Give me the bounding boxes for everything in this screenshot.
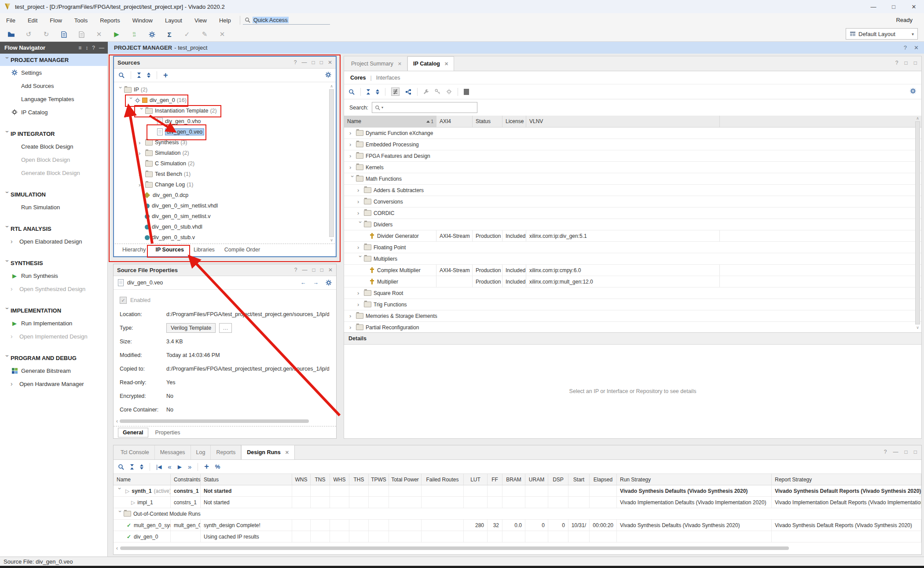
tree-item-instantiation-template[interactable]: ›Instantiation Template(2) (114, 106, 336, 116)
tree-item-div-gen-0-veo[interactable]: div_gen_0.veo (114, 127, 336, 137)
first-icon[interactable]: |◀ (156, 464, 161, 470)
subtab-interfaces[interactable]: Interfaces (376, 75, 400, 81)
column-uram[interactable]: URAM (525, 474, 548, 485)
ip-category-row[interactable]: ›CORDIC (344, 208, 921, 219)
column-failed-routes[interactable]: Failed Routes (422, 474, 464, 485)
scrollbar-thumb[interactable] (329, 89, 334, 237)
run-row-synth-1[interactable]: ›▷synth_1(active) constrs_1 Not started … (114, 485, 921, 497)
expand-all-icon[interactable] (376, 89, 379, 95)
chevron-down-icon[interactable]: › (128, 97, 135, 104)
close-icon[interactable]: ✕ (444, 61, 448, 67)
chevron-right-icon[interactable]: › (349, 153, 356, 159)
column-elapsed[interactable]: Elapsed (590, 474, 617, 485)
add-run-icon[interactable]: + (204, 462, 209, 471)
ip-category-row[interactable]: ›Partial Reconfiguration (344, 322, 921, 333)
chevron-right-icon[interactable]: › (349, 313, 356, 319)
sidebar-item-run-simulation[interactable]: Run Simulation (0, 200, 107, 214)
sidebar-item-generate-block-design[interactable]: Generate Block Design (0, 166, 107, 179)
tree-item-test-bench[interactable]: ›Test Bench(1) (114, 169, 336, 179)
settings-button[interactable] (147, 29, 157, 39)
minimize-button[interactable]: — (863, 0, 884, 13)
tab-messages[interactable]: Messages (155, 445, 191, 459)
column-ff[interactable]: FF (488, 474, 502, 485)
scroll-left-icon[interactable]: ‹ (116, 418, 118, 424)
column-start[interactable]: Start (568, 474, 590, 485)
forward-arrow-icon[interactable]: → (313, 280, 319, 286)
collapse-all-icon[interactable] (137, 73, 141, 78)
forward-icon[interactable]: » (188, 463, 191, 470)
ip-row-complex-multiplier[interactable]: Complex Multiplier AXI4-Stream Productio… (344, 265, 921, 276)
tree-item-simulation[interactable]: ›Simulation(2) (114, 148, 336, 158)
delete-button[interactable]: ✕ (94, 29, 104, 39)
ip-category-row[interactable]: ›Dynamic Function eXchange (344, 127, 921, 139)
chevron-right-icon[interactable]: › (357, 187, 364, 193)
close-icon[interactable]: ✕ (285, 450, 289, 455)
tab-log[interactable]: Log (191, 445, 211, 459)
run-row-ooc-group[interactable]: › Out-of-Context Module Runs (114, 508, 921, 520)
column-status[interactable]: Status (201, 474, 292, 485)
ip-category-row[interactable]: ›Embedded Processing (344, 139, 921, 150)
close-icon[interactable]: ✕ (398, 61, 402, 67)
sidebar-item-create-block-design[interactable]: Create Block Design (0, 140, 107, 153)
tree-item-div-gen-0[interactable]: ›div_gen_0(16) (114, 95, 336, 106)
ip-category-row-multipliers[interactable]: ›Multipliers (344, 253, 921, 265)
ip-row-multiplier[interactable]: Multiplier Production Included xilinx.co… (344, 276, 921, 288)
ip-category-row[interactable]: ›Adders & Subtracters (344, 185, 921, 196)
column-dsp[interactable]: DSP (548, 474, 568, 485)
maximize-panel-icon[interactable]: □ (914, 60, 917, 66)
browse-button[interactable]: … (219, 323, 232, 333)
help-icon[interactable]: ? (895, 60, 898, 66)
tab-compile-order[interactable]: Compile Order (220, 245, 264, 254)
chevron-right-icon[interactable]: › (357, 301, 364, 308)
ip-category-row-dividers[interactable]: ›Dividers (344, 219, 921, 230)
sum-button[interactable]: Σ (165, 29, 174, 39)
rewind-icon[interactable]: « (168, 463, 171, 470)
menu-file[interactable]: File (0, 17, 22, 24)
tab-libraries[interactable]: Libraries (190, 245, 219, 254)
chevron-down-icon[interactable]: › (349, 175, 356, 182)
properties-hscrollbar[interactable]: ‹ (116, 419, 330, 423)
tab-ip-catalog[interactable]: IP Catalog✕ (407, 56, 454, 71)
close-icon[interactable]: ✕ (914, 44, 919, 51)
minimize-panel-icon[interactable]: — (99, 45, 104, 51)
sidebar-section-implementation[interactable]: ›IMPLEMENTATION (0, 304, 107, 317)
float-panel-icon[interactable]: □ (312, 267, 315, 273)
float-panel-icon[interactable]: □ (905, 60, 908, 66)
search-icon[interactable] (348, 89, 355, 95)
subtab-cores[interactable]: Cores (350, 75, 366, 81)
tree-item-change-log[interactable]: ›Change Log(1) (114, 179, 336, 190)
copy-button[interactable] (77, 29, 86, 39)
save-button[interactable] (59, 29, 69, 39)
play-icon[interactable]: ▶ (178, 464, 182, 470)
chevron-right-icon[interactable]: › (349, 141, 356, 148)
group-by-category-toggle[interactable] (391, 87, 400, 96)
sidebar-section-simulation[interactable]: ›SIMULATION (0, 188, 107, 200)
scroll-down-icon[interactable]: ∨ (916, 325, 919, 330)
collapse-all-icon[interactable] (130, 464, 134, 470)
tab-project-summary[interactable]: Project Summary✕ (346, 57, 407, 71)
details-toggle-icon[interactable] (464, 89, 469, 95)
tree-item-div-gen-0-vho[interactable]: div_gen_0.vho (114, 116, 336, 127)
help-icon[interactable]: ? (904, 44, 907, 51)
ip-category-row[interactable]: ›Trig Functions (344, 299, 921, 310)
chevron-right-icon[interactable]: › (349, 324, 356, 331)
run-row-div-gen-0[interactable]: ✓div_gen_0 Using cached IP results (114, 531, 921, 543)
chevron-right-icon[interactable]: › (139, 150, 145, 157)
column-name[interactable]: Name (114, 474, 171, 485)
maximize-panel-icon[interactable]: □ (320, 59, 323, 66)
chevron-right-icon[interactable]: › (139, 171, 145, 178)
ip-category-row[interactable]: ›Conversions (344, 196, 921, 208)
menu-edit[interactable]: Edit (22, 17, 44, 24)
maximize-button[interactable]: □ (884, 0, 904, 13)
column-wns[interactable]: WNS (292, 474, 311, 485)
tree-item-ip[interactable]: ›IP(2) (114, 84, 336, 95)
tree-item-stub-vhdl[interactable]: div_gen_0_stub.vhdl (114, 222, 336, 232)
column-total-power[interactable]: Total Power (389, 474, 422, 485)
scroll-left-icon[interactable]: ‹ (116, 545, 118, 551)
help-icon[interactable]: ? (294, 267, 297, 273)
sidebar-item-open-hardware-manager[interactable]: ›Open Hardware Manager (0, 377, 107, 390)
chevron-right-icon[interactable]: › (349, 130, 356, 136)
quick-access-search[interactable]: Quick Access (243, 16, 330, 25)
chevron-down-icon[interactable]: › (139, 108, 145, 114)
column-license[interactable]: License (502, 116, 526, 127)
